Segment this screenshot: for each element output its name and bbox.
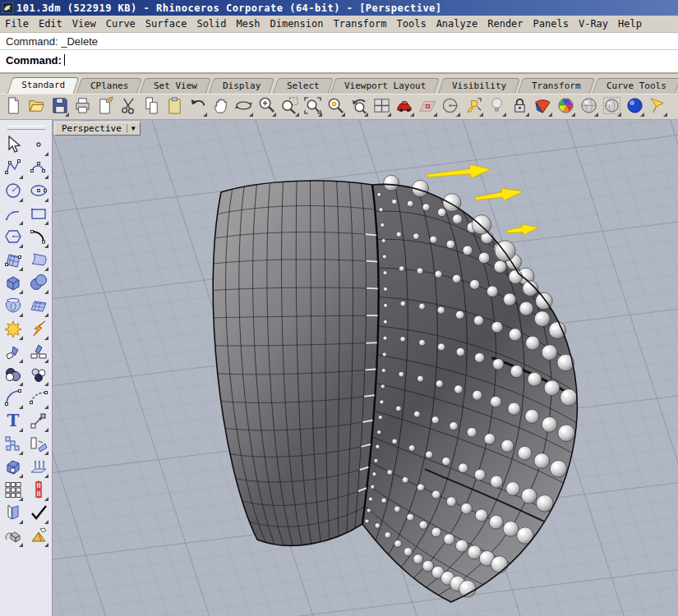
zoom-window-button[interactable] — [279, 97, 300, 117]
menu-view[interactable]: View — [67, 16, 101, 31]
box-tool-button[interactable] — [2, 274, 24, 295]
sphere-tool-button[interactable] — [28, 274, 49, 295]
save-button[interactable] — [49, 97, 70, 117]
fillet-curve-tool-button[interactable] — [2, 388, 24, 410]
lock-objects-button[interactable] — [510, 97, 530, 117]
tab-visibility[interactable]: Visibility — [438, 78, 520, 94]
paste-button[interactable] — [164, 97, 185, 117]
array-objects-tool-button[interactable] — [28, 434, 49, 456]
boolean-union-tool-button[interactable] — [2, 365, 24, 387]
new-file-button[interactable] — [3, 97, 24, 117]
text-object-tool-button[interactable]: T — [2, 411, 24, 433]
set-cplane-button[interactable] — [440, 97, 461, 117]
menu-bar: FileEditViewCurveSurfaceSolidMeshDimensi… — [0, 16, 678, 33]
menu-file[interactable]: File — [0, 16, 34, 31]
menu-transform[interactable]: Transform — [328, 16, 391, 31]
surface-control-points-tool-button[interactable] — [2, 251, 24, 272]
boolean-difference-tool-button[interactable] — [28, 365, 49, 387]
ghosted-viewport-button[interactable] — [602, 97, 622, 117]
menu-solid[interactable]: Solid — [191, 16, 231, 31]
open-file-button[interactable] — [26, 97, 47, 117]
named-views-button[interactable] — [394, 97, 415, 117]
menu-render[interactable]: Render — [482, 16, 528, 31]
cplane-grid-button[interactable] — [417, 97, 438, 117]
menu-tools[interactable]: Tools — [392, 16, 431, 31]
tab-select[interactable]: Select — [273, 78, 334, 94]
menu-mesh[interactable]: Mesh — [232, 16, 265, 31]
ellipse-tool-button[interactable] — [28, 182, 49, 203]
split-tool-button[interactable] — [28, 342, 49, 364]
menu-panels[interactable]: Panels — [528, 16, 574, 31]
rotate-view-button[interactable] — [233, 97, 254, 117]
control-point-curve-tool-button[interactable] — [28, 159, 49, 180]
tab-set-view[interactable]: Set View — [140, 78, 211, 94]
text-caret — [64, 54, 65, 66]
pan-view-button[interactable] — [210, 97, 231, 117]
lights-button[interactable] — [487, 97, 507, 117]
undo-button[interactable] — [187, 97, 208, 117]
tab-standard[interactable]: Standard — [7, 77, 79, 94]
move-control-point-tool-button[interactable] — [28, 411, 49, 433]
zoom-selected-button[interactable] — [325, 97, 346, 117]
conic-curve-tool-button[interactable] — [28, 228, 49, 249]
circle-tool-button[interactable] — [2, 182, 24, 203]
tab-cplanes[interactable]: CPlanes — [76, 78, 143, 94]
rotate-view-icon — [234, 96, 253, 118]
four-viewports-button[interactable] — [371, 97, 392, 117]
cut-button[interactable] — [118, 97, 139, 117]
pyramid-tool-tool-button[interactable] — [28, 526, 49, 548]
surface-revolve-tool-button[interactable] — [2, 297, 24, 318]
single-point-tool-button[interactable] — [28, 136, 49, 157]
curved-surface-tool-button[interactable] — [28, 251, 49, 272]
copy-button[interactable] — [141, 97, 162, 117]
rendered-viewport-button[interactable] — [625, 97, 645, 117]
boolean-solids-tool-button[interactable] — [2, 526, 24, 548]
export-with-origin-button[interactable] — [95, 97, 116, 117]
mesh-surface-tool-button[interactable] — [28, 297, 49, 318]
print-button[interactable] — [72, 97, 93, 117]
menu-edit[interactable]: Edit — [34, 16, 67, 31]
dimension-chain-tool-button[interactable] — [28, 480, 49, 502]
viewport-3d-scene[interactable] — [53, 120, 678, 616]
blend-curve-tool-button[interactable] — [28, 388, 49, 410]
arc-tool-button[interactable] — [2, 205, 24, 226]
color-wheel-button[interactable] — [556, 97, 576, 117]
menu-surface[interactable]: Surface — [141, 16, 192, 31]
zoom-dynamic-button[interactable] — [256, 97, 277, 117]
pointer-cursor-tool-button[interactable] — [2, 136, 24, 157]
command-input[interactable]: Command: — [0, 50, 678, 74]
trim-tool-button[interactable] — [2, 342, 24, 364]
sidebar-gripper[interactable] — [7, 126, 45, 130]
viewport-title-tab[interactable]: Perspective ▼ — [54, 122, 141, 136]
tab-transform[interactable]: Transform — [518, 78, 595, 94]
tab-display[interactable]: Display — [209, 78, 275, 94]
viewport-dropdown-icon[interactable]: ▼ — [127, 124, 136, 133]
menu-dimension[interactable]: Dimension — [265, 16, 328, 31]
polyline-tool-button[interactable] — [2, 159, 24, 180]
menu-help[interactable]: Help — [613, 16, 647, 31]
render-preview-button[interactable] — [533, 97, 553, 117]
polygon-tool-button[interactable] — [2, 228, 24, 249]
extrude-surface-tool-button[interactable] — [28, 457, 49, 479]
mirror-objects-tool-button[interactable] — [2, 503, 24, 525]
undo-view-change-button[interactable] — [348, 97, 369, 117]
tab-viewport-layout[interactable]: Viewport Layout — [330, 78, 440, 94]
rounded-box-tool-button[interactable] — [2, 457, 24, 479]
layer-state-button[interactable] — [464, 97, 484, 117]
menu-analyze[interactable]: Analyze — [431, 16, 483, 31]
perspective-viewport[interactable]: Perspective ▼ — [52, 120, 678, 616]
check-mark-tool-button[interactable] — [28, 503, 49, 525]
menu-vray[interactable]: V-Ray — [574, 16, 613, 31]
array-grid-tool-button[interactable] — [2, 480, 24, 502]
explode-bolt-tool-button[interactable] — [28, 319, 49, 341]
title-bar[interactable]: 101.3dm (522919 KB) - Rhinoceros Corpora… — [0, 0, 678, 16]
menu-curve[interactable]: Curve — [101, 16, 141, 31]
rectangle-tool-button[interactable] — [28, 205, 49, 226]
group-objects-tool-button[interactable] — [2, 434, 24, 456]
polygon-icon — [3, 227, 23, 250]
tab-curve-tools[interactable]: Curve Tools — [593, 78, 678, 94]
shaded-viewport-button[interactable] — [579, 97, 599, 117]
zoom-extents-button[interactable] — [302, 97, 323, 117]
cone-pointer-button[interactable] — [648, 97, 668, 117]
explode-star-tool-button[interactable] — [2, 319, 24, 341]
